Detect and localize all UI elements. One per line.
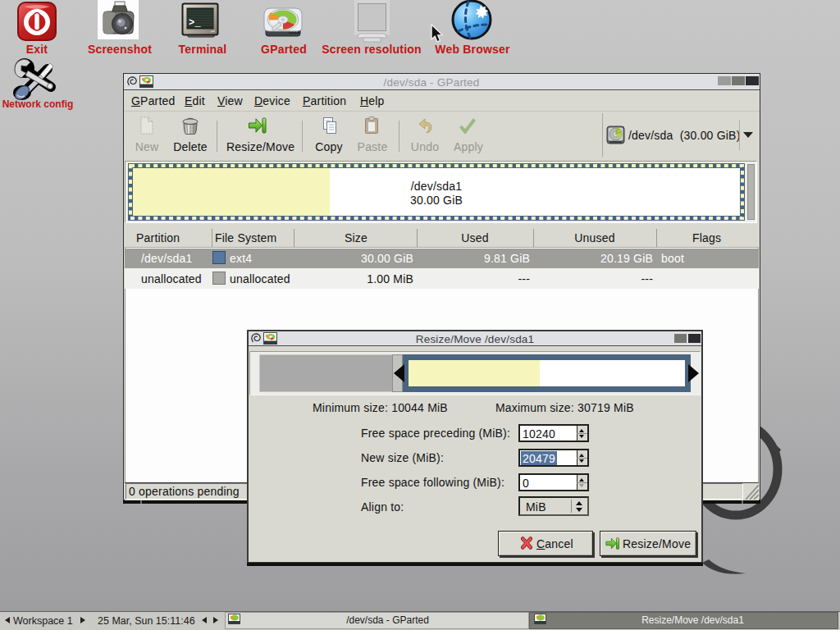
svg-text:>_: >_ — [189, 17, 201, 29]
